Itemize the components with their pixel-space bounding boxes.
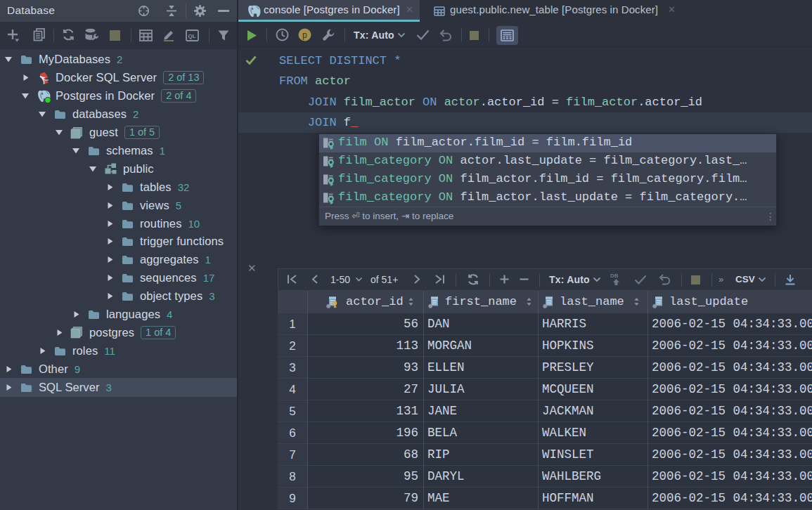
svg-text:QL: QL — [188, 33, 196, 39]
svg-text:p: p — [302, 31, 307, 41]
svg-text:DB: DB — [610, 273, 619, 279]
